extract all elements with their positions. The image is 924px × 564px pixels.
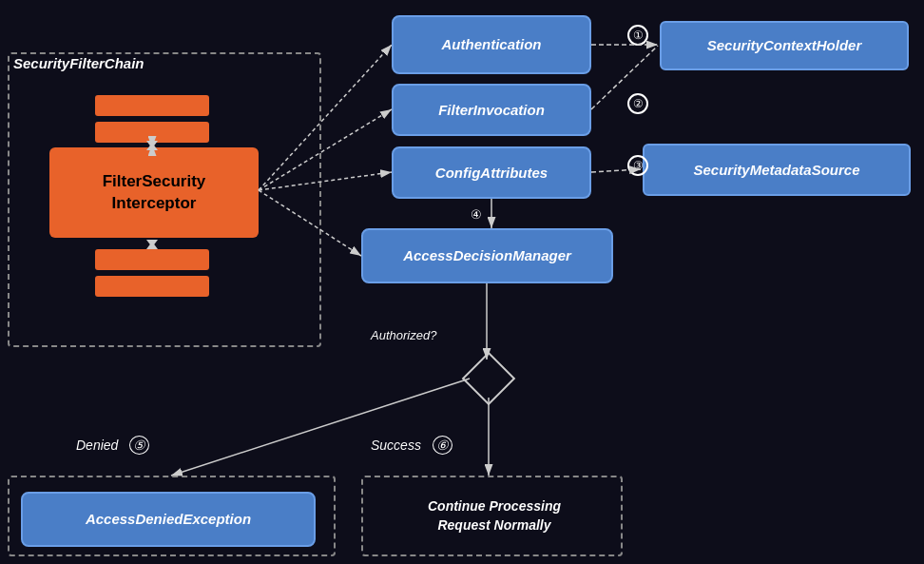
continue-processing-area: Continue ProcessingRequest Normally	[380, 497, 608, 535]
orange-bar-top-2	[95, 122, 209, 143]
filter-security-interceptor-box: FilterSecurityInterceptor	[49, 147, 259, 238]
circle-4-label: ④	[471, 207, 482, 222]
circle-1: ①	[627, 25, 648, 46]
orange-bar-bot-2	[95, 276, 209, 297]
authorized-label: Authorized?	[371, 328, 436, 342]
filter-security-interceptor-label: FilterSecurityInterceptor	[103, 171, 206, 213]
security-metadata-source-label: SecurityMetadataSource	[693, 161, 859, 180]
orange-bar-bot-1	[95, 249, 209, 270]
circle-2: ②	[627, 93, 648, 114]
denied-label: Denied ⑤	[76, 438, 149, 453]
security-context-holder-box: SecurityContextHolder	[660, 21, 909, 70]
security-context-holder-label: SecurityContextHolder	[707, 36, 862, 55]
security-filter-chain-label: SecurityFilterChain	[13, 55, 144, 71]
authentication-box: Authentication	[392, 15, 591, 74]
diagram-container: SecurityFilterChain FilterSecurityInterc…	[0, 0, 924, 564]
access-decision-manager-label: AccessDecisionManager	[403, 246, 571, 265]
access-decision-manager-box: AccessDecisionManager	[361, 228, 613, 283]
filter-invocation-box: FilterInvocation	[392, 84, 591, 136]
security-metadata-source-box: SecurityMetadataSource	[643, 144, 911, 196]
success-label: Success ⑥	[371, 438, 452, 453]
continue-processing-label: Continue ProcessingRequest Normally	[380, 497, 608, 535]
decision-diamond	[462, 352, 516, 406]
config-attributes-label: ConfigAttributes	[435, 164, 548, 183]
filter-invocation-label: FilterInvocation	[438, 101, 545, 120]
access-denied-exception-box: AccessDeniedException	[21, 492, 316, 547]
config-attributes-box: ConfigAttributes	[392, 146, 591, 199]
circle-3: ③	[627, 155, 648, 176]
access-denied-exception-label: AccessDeniedException	[86, 510, 251, 529]
svg-line-15	[171, 379, 470, 476]
authentication-label: Authentication	[442, 35, 542, 54]
orange-bar-top-1	[95, 95, 209, 116]
